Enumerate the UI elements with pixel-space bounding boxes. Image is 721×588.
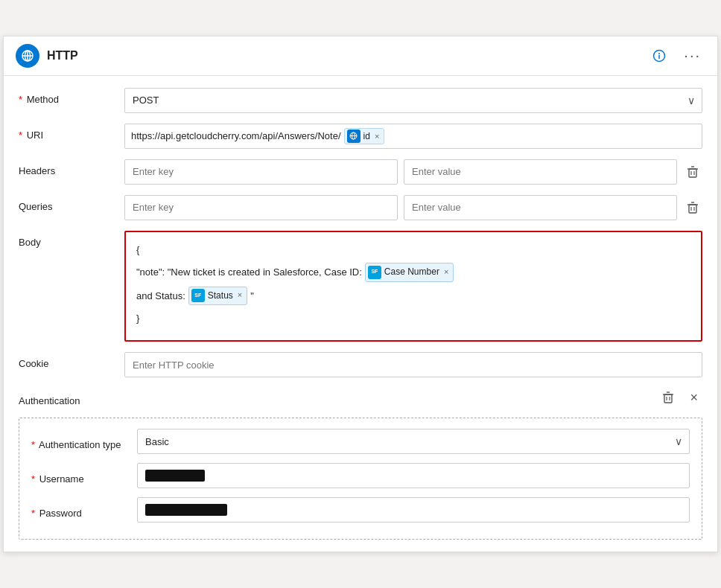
headers-inputs: [124, 159, 677, 185]
body-line-close: }: [136, 310, 690, 327]
auth-section: * Authentication type Basic None Client …: [19, 418, 702, 540]
svg-rect-20: [664, 394, 672, 403]
method-label: * Method: [19, 88, 115, 105]
body-case-close-btn[interactable]: ×: [444, 265, 448, 280]
queries-trash-button[interactable]: [683, 198, 702, 217]
uri-token-label: id: [363, 131, 370, 141]
auth-header-actions: ×: [658, 388, 702, 407]
body-row: Body { "note": "New ticket is created in…: [19, 231, 702, 342]
card-header: HTTP ···: [4, 36, 717, 76]
globe-icon: [16, 44, 39, 68]
more-options-button[interactable]: ···: [679, 45, 705, 65]
auth-password-label: * Password: [31, 502, 128, 519]
uri-token-chip: id ×: [344, 128, 385, 144]
uri-field[interactable]: https://api.getcloudcherry.com/api/Answe…: [124, 124, 702, 149]
auth-outer-row: Authentication ×: [19, 388, 702, 407]
auth-type-label: * Authentication type: [31, 433, 128, 450]
auth-username-masked: [145, 470, 205, 482]
cookie-input[interactable]: [124, 352, 702, 377]
auth-password-masked: [145, 504, 227, 516]
auth-trash-button[interactable]: [658, 388, 678, 407]
uri-token-close[interactable]: ×: [375, 132, 379, 141]
method-select[interactable]: POST GET PUT DELETE PATCH: [124, 88, 702, 113]
method-control: POST GET PUT DELETE PATCH ∨: [124, 88, 702, 113]
body-line-open: {: [136, 241, 690, 258]
uri-required-star: *: [19, 130, 22, 141]
uri-prefix-text: https://api.getcloudcherry.com/api/Answe…: [131, 130, 341, 141]
auth-username-required-star: *: [31, 473, 35, 485]
cookie-row: Cookie: [19, 352, 702, 377]
headers-control: [124, 159, 702, 185]
uri-label: * URI: [19, 124, 115, 141]
auth-close-button[interactable]: ×: [685, 389, 702, 407]
queries-value-input[interactable]: [404, 195, 677, 220]
uri-row: * URI https://api.getcloudcherry.com/api…: [19, 124, 702, 149]
svg-rect-10: [689, 169, 696, 177]
http-card: HTTP ··· * Method: [3, 36, 718, 553]
body-case-number-chip: SF Case Number ×: [365, 263, 454, 282]
body-status-close-btn[interactable]: ×: [238, 288, 242, 303]
body-case-number-label: Case Number: [384, 264, 439, 281]
headers-trash-button[interactable]: [683, 162, 702, 182]
auth-outer-label: Authentication: [19, 389, 115, 406]
body-status-sf-icon: SF: [191, 289, 205, 302]
auth-type-required-star: *: [31, 439, 35, 450]
cookie-label: Cookie: [19, 352, 115, 369]
uri-token-globe-icon: [347, 130, 360, 143]
auth-type-select[interactable]: Basic None Client Certificate Active Dir…: [137, 429, 690, 454]
method-select-wrap: POST GET PUT DELETE PATCH ∨: [124, 88, 702, 113]
auth-username-row: * Username: [31, 463, 690, 488]
queries-key-input[interactable]: [124, 195, 398, 220]
body-brace-open: {: [136, 241, 139, 258]
auth-password-required-star: *: [31, 508, 35, 519]
headers-label: Headers: [19, 159, 115, 176]
body-suffix-quote: ": [250, 287, 254, 304]
body-brace-close: }: [136, 310, 139, 327]
headers-value-input[interactable]: [404, 159, 677, 185]
method-row: * Method POST GET PUT DELETE PATCH ∨: [19, 88, 702, 113]
auth-password-field-wrap[interactable]: [137, 497, 690, 523]
body-editor[interactable]: { "note": "New ticket is created in Sale…: [124, 231, 702, 342]
headers-row: Headers: [19, 159, 702, 185]
svg-rect-15: [689, 205, 696, 213]
svg-rect-6: [659, 55, 661, 59]
body-status-line: and Status: SF Status × ": [136, 287, 690, 306]
header-right: ···: [648, 45, 705, 65]
headers-key-input[interactable]: [124, 159, 398, 185]
auth-type-row: * Authentication type Basic None Client …: [31, 429, 690, 454]
body-case-sf-icon: SF: [368, 266, 381, 279]
info-button[interactable]: [648, 48, 670, 64]
card-body: * Method POST GET PUT DELETE PATCH ∨: [4, 76, 717, 552]
header-left: HTTP: [16, 44, 78, 68]
auth-username-label: * Username: [31, 467, 128, 485]
body-note-line: "note": "New ticket is created in Salesf…: [136, 263, 690, 282]
body-label: Body: [19, 231, 115, 248]
card-title: HTTP: [47, 49, 78, 63]
uri-control: https://api.getcloudcherry.com/api/Answe…: [124, 124, 702, 149]
auth-username-field-wrap[interactable]: [137, 463, 690, 488]
auth-password-row: * Password: [31, 497, 690, 523]
queries-control: [124, 195, 702, 220]
auth-type-select-wrap: Basic None Client Certificate Active Dir…: [137, 429, 690, 454]
body-status-chip: SF Status ×: [188, 287, 247, 306]
method-required-star: *: [19, 94, 22, 105]
body-note-prefix-text: "note": "New ticket is created in Salesf…: [136, 263, 362, 281]
body-status-label: Status: [208, 288, 233, 304]
body-and-prefix-text: and Status:: [136, 287, 185, 304]
svg-point-5: [658, 53, 660, 54]
queries-inputs: [124, 195, 677, 220]
queries-row: Queries: [19, 195, 702, 220]
cookie-control: [124, 352, 702, 377]
queries-label: Queries: [19, 195, 115, 212]
